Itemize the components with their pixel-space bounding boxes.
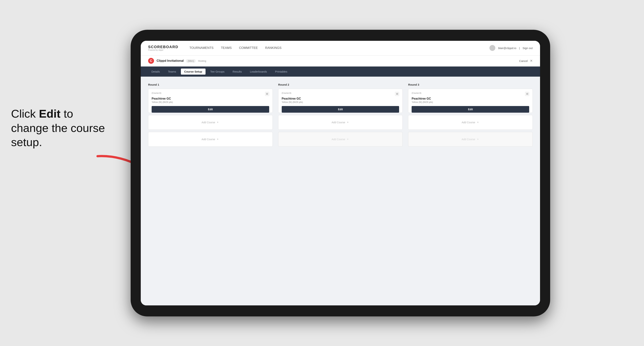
- round-3-label: Round 3: [408, 83, 533, 86]
- cancel-button[interactable]: Cancel: [519, 59, 528, 62]
- user-avatar: [490, 45, 495, 51]
- tabs-bar: Details Teams Course Setup Tee Groups Re…: [141, 66, 540, 77]
- tournament-logo-icon: C: [148, 58, 154, 64]
- round-1-add-course-text-2: Add Course ＋: [202, 137, 219, 141]
- rounds-grid: Round 1 (Course A) ⊟ Peachtree GC Yellow…: [148, 83, 533, 149]
- round-2-col: Round 2 (Course A) ⊟ Peachtree GC Yellow…: [278, 83, 403, 149]
- sub-header-right: Cancel ✕: [519, 59, 533, 63]
- round-1-add-course-2[interactable]: Add Course ＋: [148, 132, 273, 147]
- round-2-plus-icon-1: ＋: [346, 120, 349, 124]
- course-3-details: Yellow (M) (6629 yds): [412, 101, 529, 103]
- sign-out-link[interactable]: Sign out: [522, 46, 533, 50]
- tournament-name: Clippd Invitational: [156, 59, 184, 63]
- round-2-add-course-1[interactable]: Add Course ＋: [278, 115, 403, 130]
- round-1-col: Round 1 (Course A) ⊟ Peachtree GC Yellow…: [148, 83, 273, 149]
- round-3-add-label-1: Add Course: [462, 121, 475, 124]
- round-1-label: Round 1: [148, 83, 273, 86]
- round-3-add-course-1[interactable]: Add Course ＋: [408, 115, 533, 130]
- tablet-frame: SCOREBOARD Powered by clippd TOURNAMENTS…: [131, 30, 550, 316]
- course-3-tag: (Course A): [412, 92, 421, 94]
- course-3-delete-button[interactable]: ⊟: [525, 92, 529, 96]
- nav-user: blair@clippd.io | Sign out: [490, 45, 533, 51]
- annotation-text: Click Edit to change the course setup.: [11, 107, 107, 149]
- nav-teams[interactable]: TEAMS: [221, 46, 232, 50]
- round-1-edit-button[interactable]: Edit: [152, 106, 269, 113]
- round-3-add-course-text-1: Add Course ＋: [462, 120, 479, 124]
- round-2-plus-icon-2: ＋: [346, 137, 349, 141]
- round-2-add-course-text-1: Add Course ＋: [332, 120, 349, 124]
- annotation-bold: Edit: [39, 107, 60, 120]
- round-2-add-label-1: Add Course: [332, 121, 345, 124]
- tab-details[interactable]: Details: [148, 69, 163, 75]
- course-2-header: (Course A) ⊟: [282, 92, 399, 96]
- course-2-tag: (Course A): [282, 92, 292, 94]
- course-1-name: Peachtree GC: [152, 97, 269, 100]
- add-course-plus-icon-1: ＋: [216, 120, 219, 124]
- cancel-x-icon[interactable]: ✕: [530, 59, 533, 63]
- course-1-header: (Course A) ⊟: [152, 92, 269, 96]
- logo-subtitle: Powered by clippd: [148, 49, 178, 51]
- add-course-label-2: Add Course: [202, 138, 215, 141]
- tab-printables[interactable]: Printables: [272, 69, 291, 75]
- round-3-edit-button[interactable]: Edit: [412, 106, 529, 113]
- round-2-add-course-2: Add Course ＋: [278, 132, 403, 147]
- course-1-tag: (Course A): [152, 92, 161, 94]
- course-2-name: Peachtree GC: [282, 97, 399, 100]
- sub-header: C Clippd Invitational (Men) Hosting Canc…: [141, 55, 540, 66]
- round-3-plus-icon-2: ＋: [476, 137, 479, 141]
- top-nav: SCOREBOARD Powered by clippd TOURNAMENTS…: [141, 41, 540, 55]
- round-2-add-label-2: Add Course: [332, 138, 345, 141]
- scoreboard-logo: SCOREBOARD Powered by clippd: [148, 45, 178, 51]
- tab-leaderboards[interactable]: Leaderboards: [246, 69, 270, 75]
- nav-committee[interactable]: COMMITTEE: [239, 46, 258, 50]
- course-1-details: Yellow (M) (6629 yds): [152, 101, 269, 103]
- tab-course-setup[interactable]: Course Setup: [181, 69, 206, 75]
- course-3-header: (Course A) ⊟: [412, 92, 529, 96]
- round-3-course-card: (Course A) ⊟ Peachtree GC Yellow (M) (66…: [408, 89, 533, 113]
- main-content: Round 1 (Course A) ⊟ Peachtree GC Yellow…: [141, 77, 540, 305]
- round-3-add-course-2: Add Course ＋: [408, 132, 533, 147]
- add-course-plus-icon-2: ＋: [216, 137, 219, 141]
- round-1-add-course-1[interactable]: Add Course ＋: [148, 115, 273, 130]
- nav-rankings[interactable]: RANKINGS: [265, 46, 282, 50]
- tab-tee-groups[interactable]: Tee Groups: [207, 69, 228, 75]
- round-1-course-card: (Course A) ⊟ Peachtree GC Yellow (M) (66…: [148, 89, 273, 113]
- nav-tournaments[interactable]: TOURNAMENTS: [189, 46, 214, 50]
- round-3-add-label-2: Add Course: [462, 138, 475, 141]
- round-1-add-course-text-1: Add Course ＋: [202, 120, 219, 124]
- tournament-badge: (Men): [186, 59, 196, 63]
- course-3-name: Peachtree GC: [412, 97, 529, 100]
- round-2-edit-button[interactable]: Edit: [282, 106, 399, 113]
- round-2-course-card: (Course A) ⊟ Peachtree GC Yellow (M) (66…: [278, 89, 403, 113]
- round-3-add-course-text-2: Add Course ＋: [462, 137, 479, 141]
- tablet-screen: SCOREBOARD Powered by clippd TOURNAMENTS…: [141, 41, 540, 305]
- round-3-plus-icon-1: ＋: [476, 120, 479, 124]
- course-1-delete-button[interactable]: ⊟: [265, 92, 269, 96]
- course-2-delete-button[interactable]: ⊟: [395, 92, 399, 96]
- nav-separator: |: [519, 46, 520, 50]
- round-3-col: Round 3 (Course A) ⊟ Peachtree GC Yellow…: [408, 83, 533, 149]
- nav-links: TOURNAMENTS TEAMS COMMITTEE RANKINGS: [189, 46, 490, 50]
- round-2-label: Round 2: [278, 83, 403, 86]
- user-email: blair@clippd.io: [498, 46, 516, 50]
- logo-title: SCOREBOARD: [148, 45, 178, 49]
- round-2-add-course-text-2: Add Course ＋: [332, 137, 349, 141]
- hosting-badge: Hosting: [198, 59, 206, 62]
- tab-teams[interactable]: Teams: [165, 69, 180, 75]
- tab-results[interactable]: Results: [229, 69, 245, 75]
- add-course-label: Add Course: [202, 121, 215, 124]
- course-2-details: Yellow (M) (6629 yds): [282, 101, 399, 103]
